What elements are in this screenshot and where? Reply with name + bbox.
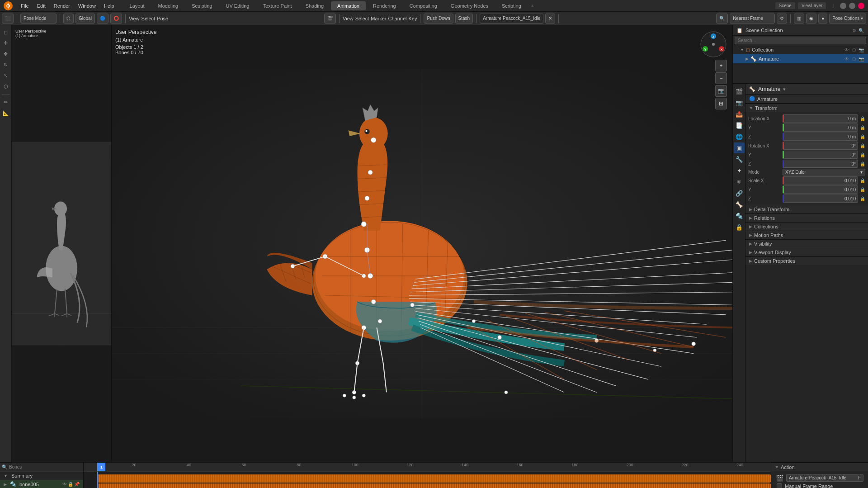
menu-select[interactable]: Select	[142, 16, 156, 21]
scale-tool[interactable]: ⤡	[1, 71, 11, 81]
move-tool[interactable]: ✥	[1, 49, 11, 59]
transform-orientation-btn[interactable]: Global	[75, 14, 95, 24]
lock-ry[interactable]: 🔒	[860, 152, 865, 157]
mode-dropdown[interactable]: Pose Mode	[20, 14, 57, 24]
menu-file[interactable]: File	[17, 2, 33, 9]
action-menu-view[interactable]: View	[343, 16, 354, 21]
lock-y[interactable]: 🔒	[860, 125, 865, 130]
custom-properties-section[interactable]: ▶ Custom Properties	[745, 256, 868, 265]
viewport-shading-btn[interactable]: ●	[818, 14, 827, 24]
menu-help[interactable]: Help	[100, 2, 118, 9]
modifier-icon[interactable]: 🔧	[734, 154, 745, 165]
collection-item-scene[interactable]: ▼ ◻ Collection 👁 ⬡ 📷	[733, 45, 868, 54]
viewport-icon[interactable]: ⬡	[851, 47, 857, 53]
stash-btn[interactable]: Stash	[455, 14, 473, 24]
bone005-vis-icon[interactable]: 👁	[62, 482, 67, 487]
props-object-name[interactable]: Armature	[758, 86, 780, 92]
add-workspace-btn[interactable]: +	[528, 2, 537, 9]
scale-y[interactable]: 0.010	[783, 185, 858, 194]
data-icon[interactable]: 🦴	[734, 199, 745, 210]
workspace-animation[interactable]: Animation	[331, 1, 366, 10]
action-name-display[interactable]: Armature|Peacock_A15_Idle	[480, 14, 543, 24]
collections-section[interactable]: ▶ Collections	[745, 222, 868, 231]
workspace-geometry-nodes[interactable]: Geometry Nodes	[444, 1, 495, 10]
lock-rx[interactable]: 🔒	[860, 143, 865, 148]
workspace-compositing[interactable]: Compositing	[403, 1, 443, 10]
bone005-pin-icon[interactable]: 📌	[74, 482, 80, 487]
render-props-icon[interactable]: 📷	[734, 97, 745, 108]
workspace-shading[interactable]: Shading	[299, 1, 330, 10]
physics-icon[interactable]: ⚛	[734, 176, 745, 187]
workspace-rendering[interactable]: Rendering	[367, 1, 402, 10]
summary-row[interactable]: ▼ Summary	[0, 472, 83, 480]
menu-render[interactable]: Render	[50, 2, 74, 9]
bone005-row[interactable]: ▶ 🔩 bone005 👁 🔒 📌	[0, 480, 83, 488]
armature-sub-name[interactable]: Armature	[757, 96, 778, 102]
eye-icon[interactable]: 👁	[844, 47, 850, 53]
output-props-icon[interactable]: 📤	[734, 109, 745, 119]
render-icon-arm[interactable]: 📷	[858, 56, 864, 62]
unlink-action-btn[interactable]: ✕	[545, 14, 555, 24]
fake-user-btn[interactable]: F	[858, 475, 861, 480]
editor-type-btn[interactable]: ⬛	[2, 14, 14, 24]
rotation-z[interactable]: 0°	[783, 160, 858, 168]
workspace-scripting[interactable]: Scripting	[495, 1, 528, 10]
viewport-overlay-btn[interactable]: ◉	[806, 14, 816, 24]
action-timeline-area[interactable]: 1 20 40 60 80 100 120 140 160 180 200 22…	[84, 463, 771, 488]
menu-view[interactable]: View	[129, 16, 140, 21]
action-menu-channel[interactable]: Channel	[388, 16, 407, 21]
constraints-icon[interactable]: 🔗	[734, 188, 745, 199]
visibility-section[interactable]: ▶ Visibility	[745, 239, 868, 248]
window-minimize[interactable]	[840, 3, 846, 9]
summary-strip[interactable]	[97, 474, 771, 483]
location-z[interactable]: 0 m	[783, 133, 858, 141]
scale-z[interactable]: 0.010	[783, 194, 858, 203]
pivot-point-btn[interactable]: ⬡	[63, 14, 74, 24]
workspace-sculpting[interactable]: Sculpting	[185, 1, 218, 10]
delta-transform-section[interactable]: ▶ Delta Transform	[745, 205, 868, 213]
viewport-render-btn[interactable]: ▥	[794, 14, 804, 24]
sync-btn[interactable]: Nearest Frame	[730, 14, 775, 24]
action-section-header[interactable]: ▼ Action	[771, 463, 868, 471]
workspace-modeling[interactable]: Modeling	[152, 1, 185, 10]
zoom-in-btn[interactable]: +	[715, 60, 727, 71]
workspace-texture-paint[interactable]: Texture Paint	[256, 1, 298, 10]
action-editor-type-btn[interactable]: 🎬	[324, 14, 336, 24]
annotate-tool[interactable]: ✏	[1, 97, 11, 107]
scene-props-icon[interactable]: 🎬	[734, 86, 745, 97]
bone005-strip[interactable]	[97, 483, 771, 488]
render-icon[interactable]: 📷	[858, 47, 864, 53]
view-layer-icon[interactable]: 📑	[734, 120, 745, 131]
viewlayer-selector[interactable]: ViewLayer	[798, 2, 826, 9]
armature-object-item[interactable]: ▶ 🦴 Armature 👁 ⬡ 📷	[733, 54, 868, 63]
workspace-layout[interactable]: Layout	[123, 1, 151, 10]
location-x[interactable]: 0 m	[783, 114, 858, 123]
scale-x[interactable]: 0.010	[783, 176, 858, 185]
lock-sz[interactable]: 🔒	[860, 196, 865, 201]
lock-sx[interactable]: 🔒	[860, 178, 865, 183]
location-y[interactable]: 0 m	[783, 123, 858, 132]
lock-sy[interactable]: 🔒	[860, 187, 865, 192]
measure-tool[interactable]: 📐	[1, 108, 11, 118]
bone005-lock-icon[interactable]: 🔒	[68, 482, 73, 487]
cursor-tool[interactable]: ✛	[1, 38, 11, 48]
filter-icon[interactable]: ⚙	[851, 27, 857, 33]
menu-window[interactable]: Window	[75, 2, 99, 9]
mini-viewport[interactable]: User Perspective (1) Armature	[12, 25, 111, 462]
filter-btn[interactable]: 🔍	[716, 14, 728, 24]
rotation-x[interactable]: 0°	[783, 142, 858, 150]
search-bone-icon[interactable]: 🔍	[2, 464, 7, 469]
lock-x[interactable]: 🔒	[860, 116, 865, 121]
menu-pose[interactable]: Pose	[157, 16, 168, 21]
search-icon[interactable]: 🔍	[858, 27, 864, 33]
rotation-y[interactable]: 0°	[783, 151, 858, 159]
camera-btn[interactable]: 📷	[715, 85, 727, 97]
menu-edit[interactable]: Edit	[33, 2, 49, 9]
scene-selector[interactable]: Scene	[775, 2, 795, 9]
transform-section-header[interactable]: ▼ Transform	[745, 104, 868, 112]
workspace-uv[interactable]: UV Editing	[219, 1, 255, 10]
axis-gizmo[interactable]: Z X Y	[700, 31, 727, 58]
window-close[interactable]	[858, 3, 864, 9]
action-name-field[interactable]: Armature|Peacock_A15_Idle F	[786, 474, 863, 482]
options-btn[interactable]: ⚙	[777, 14, 787, 24]
